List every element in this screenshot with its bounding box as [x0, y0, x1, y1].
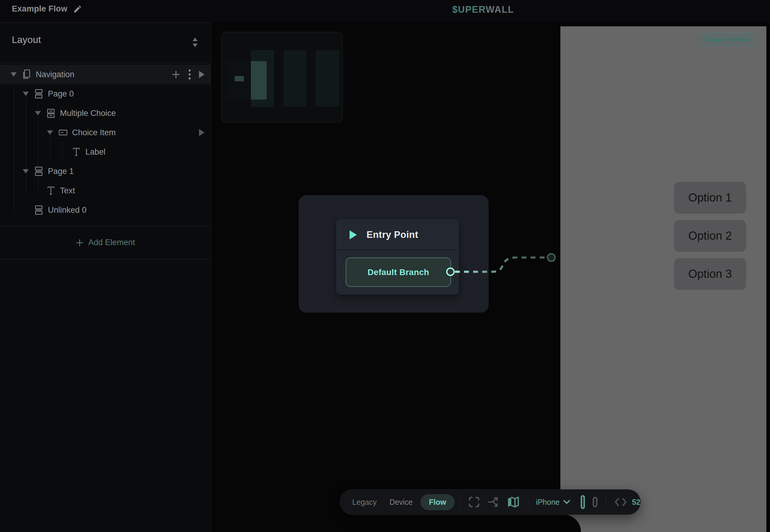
preview-option-3-button[interactable]: Option 3: [674, 258, 746, 290]
device-tab[interactable]: Device: [390, 498, 413, 507]
play-icon[interactable]: [199, 70, 205, 79]
default-branch-button[interactable]: Default Branch: [346, 258, 451, 287]
tree-row-text[interactable]: Text: [0, 181, 211, 200]
caret-down-icon[interactable]: [35, 111, 41, 116]
legacy-tab[interactable]: Legacy: [352, 498, 377, 507]
text-icon: [71, 147, 81, 157]
canvas-corner-mask: [542, 514, 581, 532]
orientation-portrait-button[interactable]: [581, 495, 585, 509]
preview-option-2-button[interactable]: Option 2: [674, 220, 746, 252]
caret-down-icon[interactable]: [22, 169, 29, 174]
add-element-label: Add Element: [88, 238, 135, 247]
default-branch-label: Default Branch: [367, 268, 429, 277]
flow-tab[interactable]: Flow: [420, 494, 455, 510]
layout-panel-header: Layout: [0, 23, 211, 63]
orientation-landscape-button[interactable]: [593, 497, 597, 507]
tree-row-multiple-choice[interactable]: Multiple Choice: [0, 103, 211, 123]
caret-down-icon[interactable]: [47, 130, 53, 135]
flow-node-group[interactable]: Entry Point Default Branch: [299, 195, 489, 313]
tree-row-page-0[interactable]: Page 0: [0, 84, 211, 103]
entry-point-node[interactable]: Entry Point Default Branch: [337, 220, 459, 294]
play-icon[interactable]: [199, 128, 205, 137]
branch-split-icon[interactable]: [487, 496, 499, 508]
tree-row-label: Unlinked 0: [48, 205, 87, 215]
experimental-badge: Experimental: [696, 32, 758, 46]
logo-accent-text: $UPER: [452, 4, 485, 15]
layout-sidebar: Layout Navigation: [0, 22, 211, 532]
tree-row-label: Navigation: [36, 70, 74, 79]
option-label: Option 3: [688, 268, 732, 281]
tree-row-page-1[interactable]: Page 1: [0, 162, 211, 181]
tree-row-label: Multiple Choice: [60, 109, 116, 118]
logo-rest-text: WALL: [485, 4, 514, 15]
tree-row-label: Page 0: [48, 89, 74, 99]
app-window: Example Flow $UPERWALL Layout: [0, 0, 770, 532]
layout-tree: Navigation Page 0: [0, 63, 211, 226]
code-count: 52: [632, 498, 640, 507]
superwall-logo: $UPERWALL: [452, 4, 514, 15]
flow-minimap[interactable]: [221, 32, 343, 123]
device-preview-panel: Experimental Option 1 Option 2 Option 3: [560, 26, 766, 532]
tree-row-unlinked-0[interactable]: Unlinked 0: [0, 200, 211, 220]
page-icon: [34, 89, 44, 99]
caret-down-icon[interactable]: [10, 72, 17, 77]
kebab-icon[interactable]: [188, 69, 191, 80]
edit-pencil-icon[interactable]: [73, 5, 82, 14]
connector-endpoint-handle[interactable]: [548, 254, 555, 261]
minimap-page-column: [284, 50, 307, 107]
text-icon: [46, 186, 56, 195]
viewport-toolbar: Legacy Device Flow iPhone 52: [340, 489, 641, 515]
device-selector-label: iPhone: [536, 498, 560, 507]
sort-toggle-icon[interactable]: [191, 36, 199, 48]
map-icon[interactable]: [507, 496, 519, 508]
caret-down-icon[interactable]: [22, 91, 29, 96]
page-icon: [34, 205, 44, 215]
multiple-choice-icon: [46, 108, 56, 118]
entry-play-icon: [349, 230, 357, 240]
flow-title: Example Flow: [12, 4, 67, 14]
minimap-page-column: [316, 50, 339, 107]
choice-item-icon: [58, 130, 68, 136]
plus-icon: [75, 238, 84, 247]
flow-title-group: Example Flow: [12, 4, 82, 14]
device-selector[interactable]: iPhone: [536, 498, 571, 507]
add-element-button[interactable]: Add Element: [0, 226, 211, 259]
tree-row-label-element[interactable]: Label: [0, 142, 211, 162]
tree-row-label: Text: [60, 186, 75, 195]
preview-option-1-button[interactable]: Option 1: [674, 182, 746, 214]
tree-row-label: Page 1: [48, 167, 74, 176]
tree-row-navigation[interactable]: Navigation: [0, 65, 211, 84]
entry-point-label: Entry Point: [367, 229, 418, 240]
tree-row-label: Label: [85, 147, 105, 157]
top-bar: Example Flow $UPERWALL: [0, 0, 770, 22]
fullscreen-icon[interactable]: [468, 496, 480, 508]
option-label: Option 1: [688, 191, 732, 204]
navigation-icon: [22, 69, 31, 80]
entry-point-header: Entry Point: [337, 220, 458, 250]
plus-icon[interactable]: [171, 70, 181, 79]
chevron-down-icon: [563, 500, 570, 504]
tree-row-choice-item[interactable]: Choice Item: [0, 123, 211, 142]
option-label: Option 2: [688, 229, 732, 242]
tree-row-label: Choice Item: [72, 128, 116, 137]
minimap-branch-chip: [235, 76, 244, 81]
code-icon[interactable]: [614, 498, 627, 507]
minimap-highlight-block: [251, 61, 267, 100]
layout-panel-title: Layout: [12, 34, 41, 45]
page-icon: [34, 166, 44, 176]
